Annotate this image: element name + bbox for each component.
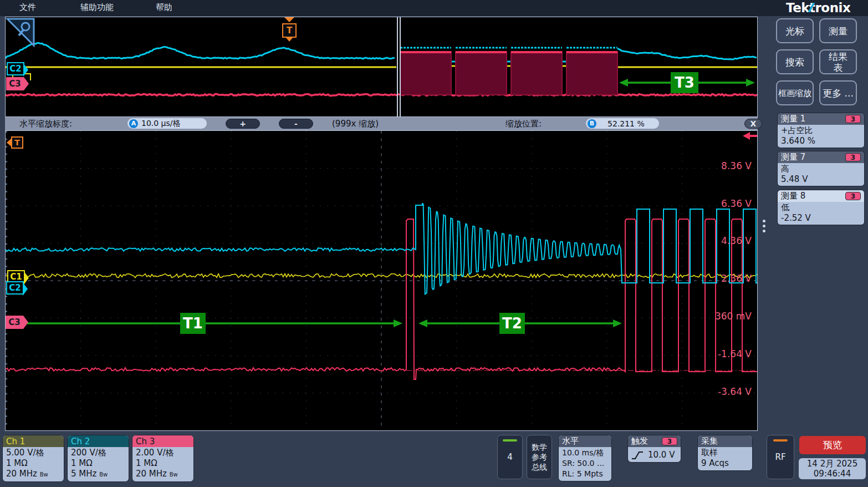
- zoom-window-left-edge[interactable]: [397, 17, 398, 116]
- zoom-mode-icon[interactable]: [6, 17, 35, 47]
- trigger-badge[interactable]: 触发 3 10.0 V: [627, 435, 681, 463]
- zoom-close-button[interactable]: X: [744, 119, 762, 129]
- axis-label-3: 2.36 V: [696, 273, 752, 284]
- channel-4-label: 4: [507, 452, 513, 462]
- axis-label-6: -3.64 V: [696, 386, 752, 397]
- datetime-badge[interactable]: 14 2月 2025 09:46:44: [799, 458, 866, 479]
- overview-ch3-label[interactable]: C3: [6, 77, 24, 90]
- measurement-1-source-badge: 3: [845, 115, 861, 123]
- measurement-1-title: 测量 1: [781, 114, 805, 124]
- tektronix-logo: Tektronix: [786, 1, 864, 15]
- overview-waveform-canvas: [6, 17, 757, 116]
- channel-1-badge[interactable]: Ch 1 5.00 V/格 1 MΩ 20 MHz Bw: [2, 435, 64, 482]
- zoom-factor-readout: (999x 缩放): [332, 119, 379, 129]
- acquisition-title: 采集: [698, 435, 752, 447]
- main-ch2-label[interactable]: C2: [6, 281, 24, 295]
- acquisition-count: 9 Acqs: [701, 458, 749, 469]
- zoom-position-label: 缩放位置:: [506, 119, 542, 129]
- channel-2-impedance: 1 MΩ: [71, 458, 125, 469]
- horizontal-scale: 10.0 ms/格: [562, 448, 608, 458]
- axis-label-5: -1.64 V: [696, 348, 752, 359]
- measurement-8-source-badge: 3: [845, 192, 861, 200]
- channel-2-scale: 200 V/格: [71, 448, 125, 458]
- t1-annotation-label: T1: [180, 313, 206, 334]
- menu-file[interactable]: 文件: [19, 2, 36, 13]
- measurement-8-name: 低: [781, 202, 861, 213]
- math-ref-bus-badge[interactable]: 数学 参考 总线: [527, 435, 552, 479]
- measurement-7-value: 5.48 V: [781, 174, 861, 185]
- channel-1-bandwidth: 20 MHz: [6, 469, 37, 479]
- sidebar-button-box-zoom[interactable]: 框画缩放: [776, 80, 814, 105]
- t3-annotation-label: T3: [671, 72, 698, 93]
- trigger-left-triangle-icon: [7, 139, 11, 146]
- trigger-source-badge: 3: [662, 437, 677, 445]
- trigger-flag-box-main: T: [11, 136, 23, 149]
- date-text: 14 2月 2025: [799, 459, 866, 469]
- knob-a-icon: A: [129, 119, 138, 128]
- sidebar-button-more[interactable]: 更多 ...: [819, 80, 857, 105]
- rf-badge[interactable]: RF: [767, 435, 794, 479]
- measurement-card-8[interactable]: 测量 8 3 低 -2.52 V: [777, 190, 865, 225]
- zoom-scale-control[interactable]: A 10.0 µs/格: [127, 118, 207, 129]
- zoom-position-value: 52.211 %: [607, 119, 645, 128]
- channel-3-badge[interactable]: Ch 3 2.00 V/格 1 MΩ 20 MHz Bw: [132, 435, 194, 482]
- time-text: 09:46:44: [799, 469, 866, 479]
- horizontal-badge[interactable]: 水平 10.0 ms/格 SR: 50.0 ... RL: 5 Mpts: [558, 435, 612, 481]
- panel-drag-handle[interactable]: [763, 220, 766, 235]
- zoom-window-left-edge2[interactable]: [400, 17, 401, 116]
- sidebar-button-cursor[interactable]: 光标: [776, 18, 814, 43]
- zoom-in-button[interactable]: +: [226, 119, 260, 129]
- main-waveform-canvas: [6, 131, 757, 430]
- rf-label: RF: [775, 452, 785, 462]
- channel-3-name: Ch 3: [132, 435, 193, 447]
- measurement-card-7[interactable]: 测量 7 3 高 5.48 V: [777, 151, 865, 186]
- main-waveform-display[interactable]: [5, 130, 758, 431]
- channel-1-scale: 5.00 V/格: [6, 448, 60, 458]
- axis-label-0: 8.36 V: [696, 160, 752, 171]
- measurement-8-title: 测量 8: [781, 191, 805, 201]
- measurement-1-value: 3.640 %: [781, 136, 861, 146]
- main-ch3-label[interactable]: C3: [6, 316, 23, 329]
- sidebar-button-measure[interactable]: 测量: [819, 18, 857, 43]
- menu-help[interactable]: 帮助: [156, 2, 172, 13]
- trigger-position-marker[interactable]: T: [280, 17, 299, 42]
- channel-1-impedance: 1 MΩ: [6, 458, 60, 469]
- channel-2-badge[interactable]: Ch 2 200 V/格 1 MΩ 5 MHz Bw: [67, 435, 129, 482]
- trigger-triangle-icon: [284, 17, 294, 22]
- channel-3-impedance: 1 MΩ: [136, 458, 190, 469]
- menu-utility[interactable]: 辅助功能: [80, 2, 114, 13]
- acquisition-mode: 取样: [701, 448, 749, 458]
- sidebar-button-results-table[interactable]: 结果 表: [819, 49, 857, 74]
- acquisition-badge[interactable]: 采集 取样 9 Acqs: [697, 435, 753, 471]
- measurement-7-source-badge: 3: [845, 153, 861, 161]
- menu-bar: 文件 辅助功能 帮助 Tektronix: [0, 0, 868, 16]
- measurement-8-value: -2.52 V: [781, 213, 861, 224]
- horizontal-sample-rate: SR: 50.0 ...: [562, 458, 608, 469]
- trigger-level: 10.0 V: [648, 450, 675, 460]
- trigger-notch-icon: [286, 38, 293, 42]
- rising-edge-icon: [631, 451, 644, 460]
- channel-1-bw-suffix: Bw: [40, 471, 48, 478]
- zoom-position-control[interactable]: B 52.211 %: [586, 118, 659, 129]
- channel-4-badge[interactable]: 4: [497, 435, 523, 479]
- overview-ch2-label[interactable]: C2: [7, 62, 24, 75]
- measurement-7-title: 测量 7: [781, 152, 805, 163]
- measurement-1-name: +占空比: [781, 125, 861, 136]
- trigger-title: 触发: [631, 436, 648, 447]
- zoom-out-button[interactable]: -: [279, 119, 313, 129]
- zoom-toolbar: 水平缩放标度: A 10.0 µs/格 + - (999x 缩放) 缩放位置: …: [5, 117, 758, 130]
- sidebar-button-search[interactable]: 搜索: [776, 49, 814, 74]
- measurement-card-1[interactable]: 测量 1 3 +占空比 3.640 %: [777, 113, 865, 148]
- trigger-flag-box: T: [282, 23, 297, 38]
- trigger-indicator-main[interactable]: T: [7, 136, 23, 149]
- channel-1-name: Ch 1: [3, 435, 64, 447]
- preview-button[interactable]: 预览: [799, 436, 866, 454]
- waveform-overview[interactable]: [5, 17, 758, 117]
- horizontal-title: 水平: [559, 435, 611, 447]
- horizontal-record-length: RL: 5 Mpts: [562, 469, 608, 479]
- knob-b-icon: B: [588, 119, 596, 128]
- channel-2-name: Ch 2: [68, 435, 129, 447]
- channel-4-color-dash: [503, 439, 517, 442]
- axis-label-4: 360 mV: [696, 311, 752, 322]
- channel-3-scale: 2.00 V/格: [136, 448, 190, 458]
